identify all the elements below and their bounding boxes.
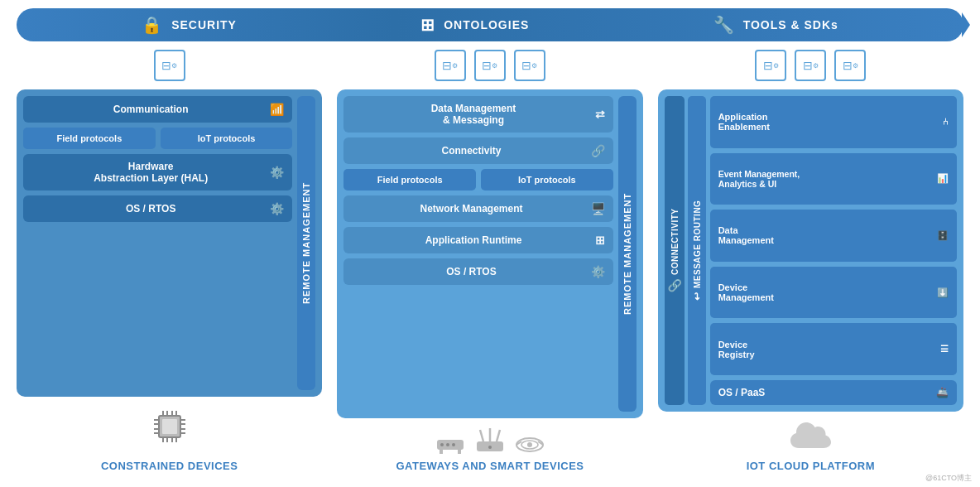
columns-container: ⊟⚙ Communication 📶 Field protocols IoT p…: [17, 50, 963, 472]
os-rtos-2-block: OS / RTOS ⚙️: [343, 258, 612, 285]
data-mgmt-3-block: Data Management 🗄️: [710, 210, 957, 262]
col1-block-outer: Communication 📶 Field protocols IoT prot…: [17, 89, 322, 397]
communication-title: Communication: [31, 104, 270, 115]
gear2-icon: ⚙️: [591, 265, 605, 278]
hal-block: Hardware Abstraction Layer (HAL) ⚙️: [23, 154, 292, 190]
col1-top-icons: ⊟⚙: [154, 50, 185, 81]
communication-block: Communication 📶: [23, 96, 292, 123]
svg-point-20: [446, 443, 449, 446]
share-icon: ⑃: [943, 117, 949, 127]
col3-icon-2: ⊟⚙: [795, 50, 826, 81]
svg-rect-1: [162, 419, 177, 434]
cloud-icon: [785, 420, 835, 456]
cloud-device-label: IOT CLOUD PLATFORM: [747, 460, 875, 472]
data-mgmt-3-title: Data Management: [718, 225, 937, 245]
connectivity-title: Connectivity: [352, 145, 590, 157]
security-label: SECURITY: [171, 18, 237, 31]
watermark: @61CTO博主: [925, 473, 972, 484]
col3-left-sidebars: 🔗 Connectivity ↩ Message Routing: [665, 96, 706, 405]
col3-right-stack: Application Enablement ⑃ Event Managemen…: [710, 96, 957, 405]
col3-icon-1: ⊟⚙: [755, 50, 786, 81]
connectivity-block: Connectivity 🔗: [343, 137, 612, 164]
col2-iot-protocols: IoT protocols: [481, 169, 613, 190]
database-icon: 🗄️: [937, 230, 949, 241]
list-icon: ☰: [940, 344, 949, 354]
col1-sidebar-remote: Remote Management: [297, 96, 315, 390]
gateway-device-label: GATEWAYS AND SMART DEVICES: [396, 460, 584, 472]
col3-icon-3: ⊟⚙: [834, 50, 866, 81]
device-registry-title: Device Registry: [718, 340, 940, 359]
top-banner: 🔒 SECURITY ⊞ ONTOLOGIES 🔧 TOOLS & SDKs: [17, 8, 963, 41]
analytics-icon: 📊: [937, 173, 949, 184]
app-enable-title: Application Enablement: [718, 112, 943, 132]
lock-icon: 🔒: [142, 15, 163, 35]
col2-icon-1: ⊟⚙: [435, 50, 466, 81]
device-mgmt-block: Device Management ⬇️: [710, 267, 957, 319]
column-gateways: ⊟⚙ ⊟⚙ ⊟⚙ Data Management & Messaging ⇄ C…: [337, 50, 642, 472]
app-runtime-title: Application Runtime: [352, 234, 594, 246]
event-mgmt-block: Event Management, Analytics & UI 📊: [710, 153, 957, 205]
col1-field-protocols: Field protocols: [23, 128, 156, 149]
col1-block-main: Communication 📶 Field protocols IoT prot…: [23, 96, 292, 390]
svg-point-28: [488, 446, 492, 449]
column-constrained: ⊟⚙ Communication 📶 Field protocols IoT p…: [17, 50, 322, 472]
ontologies-icon: ⊞: [420, 15, 435, 35]
svg-point-33: [527, 442, 532, 447]
data-mgmt-title: Data Management & Messaging: [352, 103, 594, 126]
os-paas-title: OS / PaaS: [718, 387, 766, 398]
grid-icon: ⊞: [595, 234, 605, 247]
col2-field-protocols: Field protocols: [343, 169, 476, 190]
svg-rect-23: [458, 450, 461, 454]
monitor-icon: 🖥️: [591, 202, 605, 215]
os-rtos-1-title: OS / RTOS: [31, 203, 270, 215]
event-mgmt-title: Event Management, Analytics & UI: [718, 169, 937, 189]
col3-message-routing-sidebar: ↩ Message Routing: [688, 96, 706, 405]
svg-point-21: [452, 443, 455, 446]
ontologies-label: ONTOLOGIES: [444, 18, 529, 31]
hal-title: Hardware Abstraction Layer (HAL): [31, 161, 270, 184]
col3-top-icons: ⊟⚙ ⊟⚙ ⊟⚙: [755, 50, 866, 81]
ship-icon: 🚢: [936, 387, 949, 398]
col2-icon-2: ⊟⚙: [474, 50, 506, 81]
col2-block-outer: Data Management & Messaging ⇄ Connectivi…: [337, 89, 642, 418]
col1-sub-row: Field protocols IoT protocols: [23, 128, 292, 149]
svg-line-27: [497, 430, 500, 441]
svg-rect-22: [440, 450, 443, 454]
link-icon: 🔗: [591, 144, 605, 157]
banner-security: 🔒 SECURITY: [142, 15, 237, 35]
tools-label: TOOLS & SDKs: [743, 18, 838, 31]
svg-point-19: [440, 443, 444, 446]
svg-line-25: [480, 430, 483, 441]
col3-block-outer: 🔗 Connectivity ↩ Message Routing Applica…: [658, 89, 963, 412]
col1-bottom: CONSTRAINED DEVICES: [101, 405, 238, 472]
os-rtos-2-title: OS / RTOS: [352, 266, 590, 277]
col2-top-icons: ⊟⚙ ⊟⚙ ⊟⚙: [435, 50, 545, 81]
col2-sidebar-remote: Remote Management: [618, 96, 637, 412]
tools-icon: 🔧: [713, 15, 735, 35]
col3-bottom: IOT CLOUD PLATFORM: [747, 420, 875, 472]
network-mgmt-block: Network Management 🖥️: [343, 195, 612, 222]
col1-iot-protocols: IoT protocols: [161, 128, 293, 149]
device-mgmt-title: Device Management: [718, 282, 937, 302]
settings-icon: ⚙️: [270, 202, 284, 215]
column-cloud: ⊟⚙ ⊟⚙ ⊟⚙ 🔗 Connectivity ↩ Message Routin…: [658, 50, 963, 472]
col2-block-main: Data Management & Messaging ⇄ Connectivi…: [343, 96, 612, 412]
app-runtime-block: Application Runtime ⊞: [343, 227, 612, 253]
banner-ontologies: ⊞ ONTOLOGIES: [420, 15, 529, 35]
os-rtos-1-block: OS / RTOS ⚙️: [23, 195, 292, 222]
gateway-device-icons: [435, 427, 545, 456]
col2-sub-row: Field protocols IoT protocols: [343, 169, 612, 190]
col1-icon-1: ⊟⚙: [154, 50, 185, 81]
col3-connectivity-sidebar: 🔗 Connectivity: [665, 96, 685, 405]
main-container: 🔒 SECURITY ⊞ ONTOLOGIES 🔧 TOOLS & SDKs ⊟…: [0, 0, 980, 487]
data-management-block: Data Management & Messaging ⇄: [343, 96, 612, 133]
constrained-device-label: CONSTRAINED DEVICES: [101, 460, 238, 472]
download-icon: ⬇️: [937, 287, 949, 298]
device-registry-block: Device Registry ☰: [710, 323, 957, 375]
wifi-icon: 📶: [270, 103, 284, 116]
constrained-device-icon: [148, 405, 191, 456]
gear-icon: ⚙️: [270, 166, 284, 179]
col2-icon-3: ⊟⚙: [514, 50, 545, 81]
col2-bottom: GATEWAYS AND SMART DEVICES: [396, 427, 584, 472]
network-mgmt-title: Network Management: [352, 203, 590, 215]
